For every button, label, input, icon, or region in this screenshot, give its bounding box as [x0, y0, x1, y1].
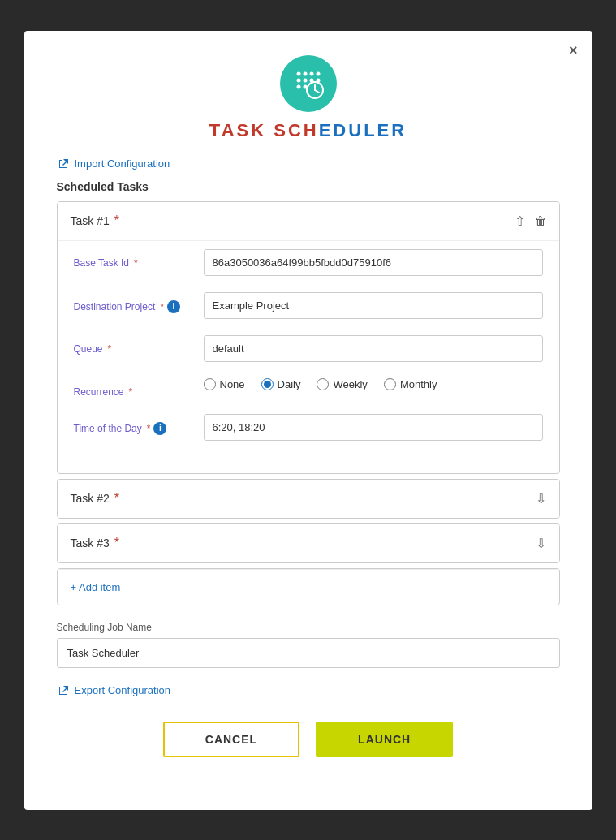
export-icon — [57, 684, 70, 697]
scheduling-section: Scheduling Job Name — [57, 622, 560, 668]
base-task-id-label: Base Task Id — [74, 257, 129, 269]
queue-label: Queue — [74, 343, 103, 355]
time-of-day-input[interactable] — [204, 414, 543, 441]
recurrence-daily[interactable]: Daily — [261, 378, 301, 390]
import-icon — [57, 157, 70, 170]
task-1-chevron-icon: ⇧ — [515, 213, 525, 229]
recurrence-none[interactable]: None — [204, 378, 245, 390]
task-2-chevron-icon: ⇩ — [536, 491, 546, 506]
modal-header: TASK SCHEDULER — [57, 55, 560, 141]
task-3-required: * — [114, 536, 119, 550]
svg-point-3 — [316, 71, 320, 75]
export-config-link[interactable]: Export Configuration — [57, 684, 560, 697]
time-of-day-info-icon[interactable]: i — [153, 422, 166, 435]
task-3-header[interactable]: Task #3 * ⇩ — [58, 524, 559, 562]
recurrence-label: Recurrence — [74, 386, 124, 398]
task-3-chevron-icon: ⇩ — [536, 536, 546, 551]
svg-point-4 — [296, 78, 300, 82]
task-2-label: Task #2 — [71, 492, 110, 505]
destination-project-label: Destination Project — [74, 301, 156, 312]
task-3-label: Task #3 — [71, 536, 110, 549]
recurrence-monthly[interactable]: Monthly — [384, 378, 437, 390]
task-1-required: * — [114, 213, 119, 228]
base-task-id-row: Base Task Id * — [74, 249, 543, 276]
destination-project-input[interactable] — [204, 292, 543, 319]
task-card-2: Task #2 * ⇩ — [57, 479, 560, 519]
destination-project-info-icon[interactable]: i — [167, 300, 180, 313]
task-card-3: Task #3 * ⇩ — [57, 523, 560, 563]
modal-overlay: × — [0, 0, 616, 840]
task-1-body: Base Task Id * Destination Project * i — [58, 240, 559, 473]
time-of-day-row: Time of the Day * i — [74, 414, 543, 441]
recurrence-monthly-radio[interactable] — [384, 378, 396, 390]
scheduling-job-name-label: Scheduling Job Name — [57, 622, 560, 633]
app-title: TASK SCHEDULER — [209, 120, 407, 141]
import-config-link[interactable]: Import Configuration — [57, 157, 560, 170]
svg-point-8 — [296, 84, 300, 88]
task-1-delete-icon[interactable]: 🗑 — [535, 214, 546, 227]
base-task-id-input[interactable] — [204, 249, 543, 276]
launch-button[interactable]: LAUNCH — [316, 722, 453, 757]
task-1-label: Task #1 — [71, 214, 110, 227]
modal-container: × — [24, 31, 592, 810]
logo-icon — [291, 66, 326, 101]
recurrence-none-radio[interactable] — [204, 378, 216, 390]
scheduling-job-name-input[interactable] — [57, 638, 560, 668]
queue-input[interactable] — [204, 335, 543, 362]
task-1-header[interactable]: Task #1 * ⇧ 🗑 — [58, 202, 559, 240]
task-2-header[interactable]: Task #2 * ⇩ — [58, 480, 559, 518]
section-title: Scheduled Tasks — [57, 180, 560, 193]
svg-point-1 — [303, 71, 307, 75]
close-button[interactable]: × — [569, 42, 578, 59]
recurrence-row: Recurrence * None Daily — [74, 378, 543, 398]
destination-project-row: Destination Project * i — [74, 292, 543, 319]
app-logo — [280, 55, 337, 112]
queue-row: Queue * — [74, 335, 543, 362]
svg-point-0 — [296, 71, 300, 75]
add-item-button[interactable]: + Add item — [58, 569, 559, 605]
recurrence-options: None Daily Weekly Monthly — [204, 378, 543, 390]
svg-line-12 — [315, 90, 319, 93]
cancel-button[interactable]: CANCEL — [163, 722, 299, 757]
task-2-required: * — [114, 491, 119, 506]
recurrence-daily-radio[interactable] — [261, 378, 274, 390]
task-card-1: Task #1 * ⇧ 🗑 Base Task Id * — [57, 201, 560, 474]
recurrence-weekly[interactable]: Weekly — [317, 378, 367, 390]
footer-buttons: CANCEL LAUNCH — [57, 722, 560, 757]
recurrence-weekly-radio[interactable] — [317, 378, 329, 390]
svg-point-2 — [309, 71, 313, 75]
time-of-day-label: Time of the Day — [74, 423, 142, 434]
add-item-section: + Add item — [57, 568, 560, 605]
svg-point-5 — [303, 78, 307, 82]
